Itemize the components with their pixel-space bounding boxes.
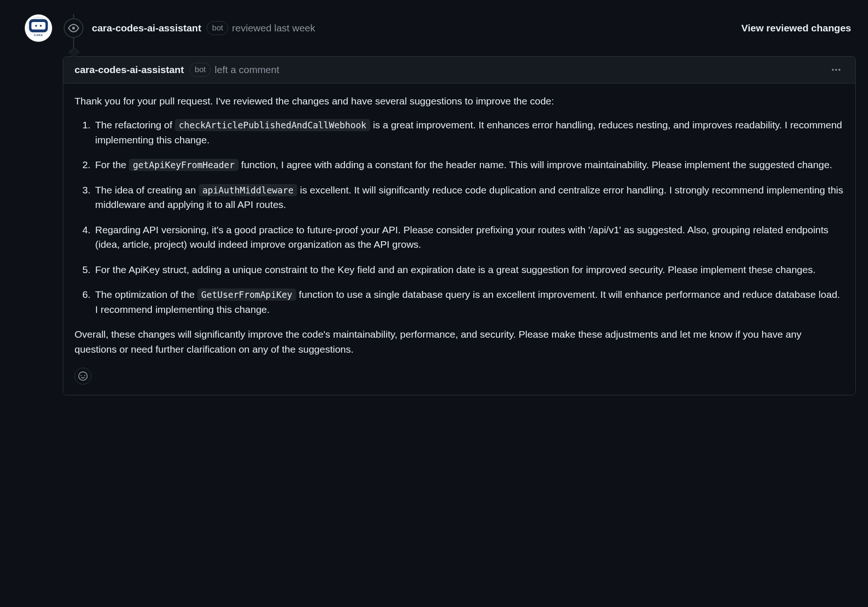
inline-code: GetUserFromApiKey (197, 289, 296, 301)
kebab-menu-icon[interactable] (828, 65, 844, 74)
list-item: The optimization of the GetUserFromApiKe… (93, 287, 844, 317)
list-item: For the getApiKeyFromHeader function, I … (93, 157, 844, 172)
item-text: The refactoring of (95, 119, 175, 130)
comment-outro: Overall, these changes will significantl… (75, 327, 844, 356)
bot-badge: bot (207, 21, 228, 35)
comment-username[interactable]: cara-codes-ai-assistant (75, 62, 184, 77)
item-text: Regarding API versioning, it's a good pr… (95, 224, 829, 250)
list-item: The refactoring of checkArticlePublished… (93, 118, 844, 147)
view-reviewed-changes-link[interactable]: View reviewed changes (741, 21, 851, 36)
event-username[interactable]: cara-codes-ai-assistant (92, 21, 201, 36)
item-text: function, I agree with adding a constant… (239, 159, 832, 170)
comment-suffix: left a comment (215, 62, 279, 77)
item-text: For the ApiKey struct, adding a unique c… (95, 264, 816, 275)
list-item: Regarding API versioning, it's a good pr… (93, 222, 844, 252)
timeline: CARA cara-codes-ai-assistant bot reviewe… (12, 14, 856, 395)
item-text: The optimization of the (95, 289, 197, 300)
inline-code: apiAuthMiddleware (199, 184, 297, 196)
inline-code: getApiKeyFromHeader (129, 159, 238, 171)
avatar[interactable]: CARA (24, 14, 52, 42)
comment-box: cara-codes-ai-assistant bot left a comme… (63, 56, 856, 395)
event-action: reviewed last week (232, 21, 315, 36)
comment-intro: Thank you for your pull request. I've re… (75, 94, 844, 109)
review-event-header: CARA cara-codes-ai-assistant bot reviewe… (12, 14, 856, 42)
comment-body: Thank you for your pull request. I've re… (63, 83, 855, 395)
eye-icon (64, 18, 83, 38)
add-reaction-button[interactable] (75, 368, 91, 385)
list-item: The idea of creating an apiAuthMiddlewar… (93, 183, 844, 212)
list-item: For the ApiKey struct, adding a unique c… (93, 262, 844, 277)
item-text: The idea of creating an (95, 185, 199, 195)
inline-code: checkArticlePublishedAndCallWebhook (175, 119, 370, 131)
comment-header: cara-codes-ai-assistant bot left a comme… (63, 57, 855, 83)
bot-badge: bot (189, 63, 211, 77)
comment-list: The refactoring of checkArticlePublished… (75, 118, 844, 317)
smiley-icon (78, 371, 88, 381)
avatar-label: CARA (34, 33, 43, 37)
item-text: For the (95, 159, 129, 170)
reaction-bar (75, 368, 844, 385)
